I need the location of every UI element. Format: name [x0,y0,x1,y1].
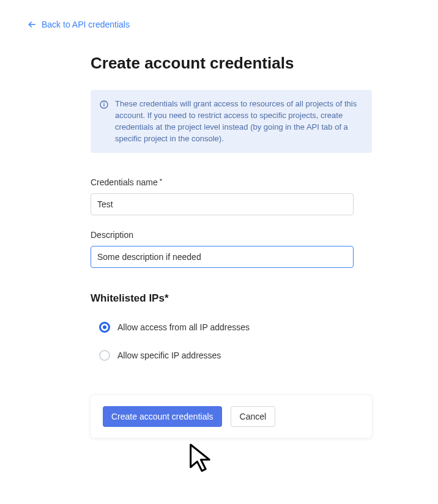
back-link-label: Back to API credentials [42,20,130,29]
back-link[interactable]: Back to API credentials [0,0,130,29]
radio-icon [99,322,110,333]
create-button[interactable]: Create account credentials [103,406,222,427]
cancel-button[interactable]: Cancel [231,406,276,427]
cursor-icon [188,443,215,477]
action-bar: Create account credentials Cancel [91,395,372,438]
arrow-left-icon [27,20,37,29]
radio-label-allow-specific: Allow specific IP addresses [117,350,221,360]
info-icon [99,100,109,109]
svg-point-3 [104,103,105,103]
description-input[interactable] [91,246,354,268]
credentials-name-input[interactable] [91,193,354,215]
description-label: Description [91,230,372,240]
info-box: These credentials will grant access to r… [91,90,372,153]
page-title: Create account credentials [91,54,372,73]
info-text: These credentials will grant access to r… [115,98,362,144]
radio-allow-all[interactable]: Allow access from all IP addresses [99,322,372,333]
ip-radio-group: Allow access from all IP addresses Allow… [91,322,372,361]
credentials-name-label: Credentials name [91,177,372,187]
radio-label-allow-all: Allow access from all IP addresses [117,322,250,332]
whitelist-title: Whitelisted IPs* [91,292,372,305]
radio-allow-specific[interactable]: Allow specific IP addresses [99,350,372,361]
radio-icon [99,350,110,361]
